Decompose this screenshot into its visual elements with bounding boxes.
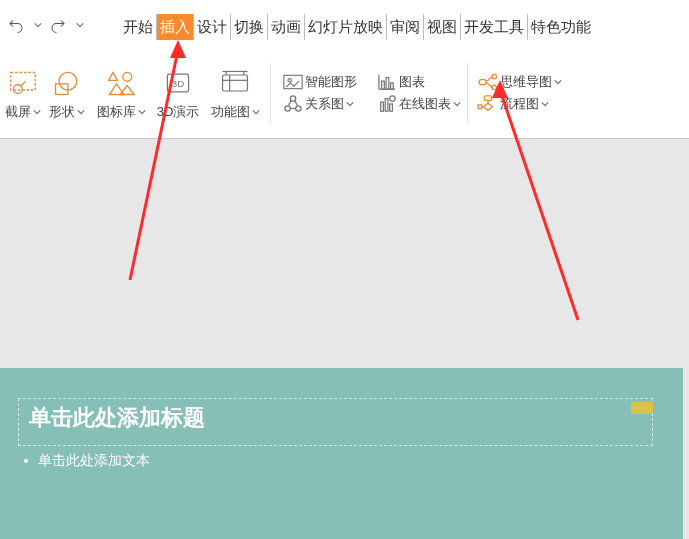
svg-marker-37	[484, 103, 493, 110]
svg-line-22	[295, 100, 298, 105]
undo-button[interactable]	[2, 11, 30, 39]
svg-rect-26	[382, 81, 385, 89]
svg-rect-10	[223, 75, 248, 91]
undo-dropdown[interactable]	[34, 21, 42, 29]
tab-2[interactable]: 设计	[193, 14, 230, 40]
body-placeholder[interactable]: 单击此处添加文本	[24, 452, 150, 470]
rotation-handle[interactable]	[631, 402, 653, 414]
tab-8[interactable]: 开发工具	[460, 14, 527, 40]
tab-1[interactable]: 插入	[156, 14, 193, 40]
3d-demo-label: 3D演示	[157, 103, 200, 121]
svg-rect-29	[381, 102, 384, 111]
redo-dropdown[interactable]	[76, 21, 84, 29]
svg-rect-36	[484, 96, 491, 101]
tab-6[interactable]: 审阅	[386, 14, 423, 40]
svg-point-33	[479, 79, 486, 84]
redo-button[interactable]	[44, 11, 72, 39]
flowchart-label: 流程图	[500, 95, 539, 113]
3d-demo-button[interactable]: 3D 3D演示	[150, 53, 206, 133]
svg-rect-28	[391, 83, 394, 89]
screenshot-button[interactable]: 截屏	[4, 53, 42, 133]
chart-label: 图表	[399, 73, 425, 91]
svg-rect-39	[478, 105, 482, 109]
tab-5[interactable]: 幻灯片放映	[304, 14, 386, 40]
svg-point-5	[123, 72, 132, 81]
mindmap-label: 思维导图	[500, 73, 552, 91]
bullet-icon	[24, 459, 28, 463]
shape-label: 形状	[49, 103, 75, 121]
svg-marker-4	[109, 72, 118, 80]
body-text: 单击此处添加文本	[38, 452, 150, 470]
svg-point-17	[288, 79, 291, 82]
chart-button[interactable]: 图表	[375, 73, 461, 91]
online-chart-label: 在线图表	[399, 95, 451, 113]
svg-point-19	[285, 106, 290, 111]
svg-point-35	[492, 85, 497, 90]
icon-library-label: 图标库	[97, 103, 136, 121]
online-chart-button[interactable]: 在线图表	[375, 95, 461, 113]
svg-point-34	[492, 74, 497, 79]
svg-text:3D: 3D	[172, 78, 184, 89]
slide-canvas[interactable]: 单击此处添加标题 单击此处添加文本	[0, 148, 689, 539]
svg-point-32	[390, 96, 395, 101]
svg-line-21	[289, 100, 292, 105]
function-diagram-label: 功能图	[211, 103, 250, 121]
tab-3[interactable]: 切换	[230, 14, 267, 40]
svg-rect-27	[386, 78, 389, 90]
svg-point-20	[296, 106, 301, 111]
flowchart-button[interactable]: 流程图	[476, 95, 562, 113]
tab-0[interactable]: 开始	[120, 14, 156, 40]
svg-rect-3	[56, 84, 68, 95]
title-placeholder[interactable]: 单击此处添加标题	[18, 398, 653, 446]
icon-library-button[interactable]: 图标库	[92, 53, 150, 133]
separator	[270, 63, 271, 123]
mindmap-button[interactable]: 思维导图	[476, 73, 562, 91]
title-text: 单击此处添加标题	[19, 399, 652, 437]
separator	[467, 63, 468, 123]
tab-4[interactable]: 动画	[267, 14, 304, 40]
shape-button[interactable]: 形状	[42, 53, 92, 133]
svg-rect-30	[385, 99, 388, 112]
function-diagram-button[interactable]: 功能图	[206, 53, 264, 133]
relation-diagram-button[interactable]: 关系图	[281, 95, 357, 113]
tab-7[interactable]: 视图	[423, 14, 460, 40]
relation-diagram-label: 关系图	[305, 95, 344, 113]
screenshot-label: 截屏	[5, 103, 31, 121]
smart-art-label: 智能图形	[305, 73, 357, 91]
slide[interactable]: 单击此处添加标题 单击此处添加文本	[0, 368, 683, 539]
smart-art-button[interactable]: 智能图形	[281, 73, 357, 91]
tab-9[interactable]: 特色功能	[527, 14, 594, 40]
svg-rect-31	[390, 104, 393, 111]
